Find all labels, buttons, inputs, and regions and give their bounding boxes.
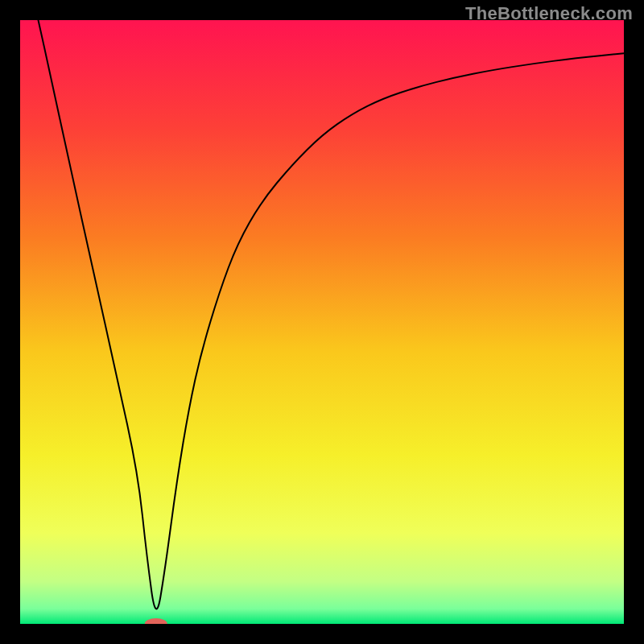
chart-background (20, 20, 624, 624)
chart-frame: TheBottleneck.com (0, 0, 644, 644)
chart-svg (20, 20, 624, 624)
chart-plot-area (20, 20, 624, 624)
